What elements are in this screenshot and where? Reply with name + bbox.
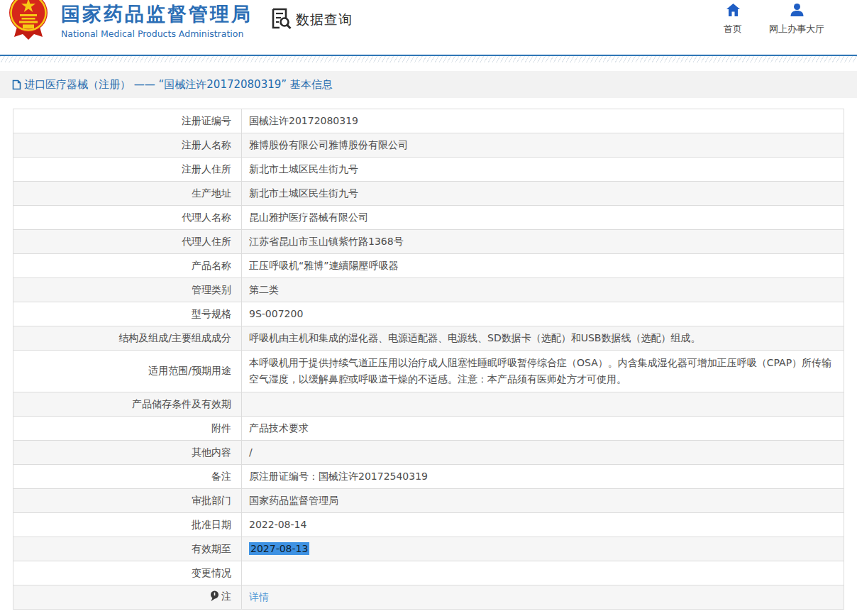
hatch-strip — [0, 56, 857, 62]
nav-service-hall[interactable]: 网上办事大厅 — [769, 4, 824, 35]
table-row: 注详情 — [13, 585, 844, 610]
table-row: 产品储存条件及有效期 — [13, 392, 844, 417]
user-icon — [790, 4, 804, 19]
table-row: 代理人住所江苏省昆山市玉山镇紫竹路1368号 — [13, 230, 844, 254]
row-value: 江苏省昆山市玉山镇紫竹路1368号 — [242, 230, 844, 254]
row-label: 代理人名称 — [13, 206, 242, 230]
page-title: 进口医疗器械（注册） —— “国械注许20172080319” 基本信息 — [24, 78, 333, 92]
table-row: 生产地址新北市土城区民生街九号 — [13, 182, 844, 206]
row-label: 注册人名称 — [13, 133, 242, 158]
data-query-section[interactable]: 数据查询 — [270, 7, 353, 33]
row-label: 注册证编号 — [13, 109, 242, 133]
document-icon — [12, 79, 21, 90]
table-row: 变更情况 — [13, 561, 844, 585]
header-nav: 首页 网上办事大厅 — [724, 4, 824, 35]
row-label: 生产地址 — [13, 182, 242, 206]
row-label: 注册人住所 — [13, 158, 242, 182]
row-value: 国械注许20172080319 — [242, 109, 844, 133]
expiry-date-selected-text: 2027-08-13 — [249, 542, 309, 555]
row-value: 新北市土城区民生街九号 — [242, 182, 844, 206]
table-row: 附件产品技术要求 — [13, 417, 844, 441]
page-title-bar: 进口医疗器械（注册） —— “国械注许20172080319” 基本信息 — [0, 71, 857, 98]
table-row: 其他内容/ — [13, 441, 844, 465]
row-label: 代理人住所 — [13, 230, 242, 254]
row-value: 本呼吸机用于提供持续气道正压用以治疗成人阻塞性睡眠呼吸暂停综合症（OSA）。内含… — [242, 351, 844, 392]
row-value: 产品技术要求 — [242, 417, 844, 441]
row-label: 注 — [13, 585, 242, 610]
table-row: 管理类别第二类 — [13, 278, 844, 302]
row-label: 批准日期 — [13, 513, 242, 537]
site-title: 国家药品监督管理局 — [61, 2, 253, 26]
table-row: 注册证编号国械注许20172080319 — [13, 109, 844, 133]
nav-home[interactable]: 首页 — [724, 4, 742, 35]
nav-service-hall-label: 网上办事大厅 — [769, 23, 824, 35]
home-icon — [726, 4, 740, 19]
table-row: 注册人名称雅博股份有限公司雅博股份有限公司 — [13, 133, 844, 158]
row-label: 型号规格 — [13, 302, 242, 326]
row-value: 雅博股份有限公司雅博股份有限公司 — [242, 133, 844, 158]
doc-search-icon — [270, 7, 292, 33]
nav-home-label: 首页 — [724, 23, 742, 35]
row-label: 适用范围/预期用途 — [13, 351, 242, 392]
row-value: 国家药品监督管理局 — [242, 489, 844, 513]
row-value: 新北市土城区民生街九号 — [242, 158, 844, 182]
table-row: 适用范围/预期用途本呼吸机用于提供持续气道正压用以治疗成人阻塞性睡眠呼吸暂停综合… — [13, 351, 844, 392]
row-value: 呼吸机由主机和集成的湿化器、电源适配器、电源线、SD数据卡（选配）和USB数据线… — [242, 326, 844, 351]
row-label: 审批部门 — [13, 489, 242, 513]
row-label: 产品名称 — [13, 254, 242, 278]
row-value: 2027-08-13 — [242, 537, 844, 561]
site-header: 国家药品监督管理局 National Medical Products Admi… — [0, 0, 857, 55]
table-row: 注册人住所新北市土城区民生街九号 — [13, 158, 844, 182]
row-label: 其他内容 — [13, 441, 242, 465]
row-value: 第二类 — [242, 278, 844, 302]
row-value: 原注册证编号：国械注许20172540319 — [242, 465, 844, 489]
row-label: 有效期至 — [13, 537, 242, 561]
row-value: 正压呼吸机“雅博”連續陽壓呼吸器 — [242, 254, 844, 278]
row-label: 备注 — [13, 465, 242, 489]
site-subtitle: National Medical Products Administration — [61, 28, 253, 39]
info-table-body: 注册证编号国械注许20172080319注册人名称雅博股份有限公司雅博股份有限公… — [13, 109, 844, 610]
table-row: 型号规格9S-007200 — [13, 302, 844, 326]
row-label: 变更情况 — [13, 561, 242, 585]
registration-info-table: 注册证编号国械注许20172080319注册人名称雅博股份有限公司雅博股份有限公… — [13, 109, 844, 610]
row-value: 2022-08-14 — [242, 513, 844, 537]
table-row: 审批部门国家药品监督管理局 — [13, 489, 844, 513]
table-row: 结构及组成/主要组成成分呼吸机由主机和集成的湿化器、电源适配器、电源线、SD数据… — [13, 326, 844, 351]
details-link[interactable]: 详情 — [249, 591, 269, 603]
table-row: 产品名称正压呼吸机“雅博”連續陽壓呼吸器 — [13, 254, 844, 278]
row-label: 产品储存条件及有效期 — [13, 392, 242, 417]
table-row: 批准日期2022-08-14 — [13, 513, 844, 537]
row-label: 管理类别 — [13, 278, 242, 302]
table-row: 代理人名称昆山雅护医疗器械有限公司 — [13, 206, 844, 230]
row-value — [242, 561, 844, 585]
row-value — [242, 392, 844, 417]
row-label: 结构及组成/主要组成成分 — [13, 326, 242, 351]
row-value: 9S-007200 — [242, 302, 844, 326]
row-value: / — [242, 441, 844, 465]
table-row: 备注原注册证编号：国械注许20172540319 — [13, 465, 844, 489]
row-label: 附件 — [13, 417, 242, 441]
data-query-label: 数据查询 — [296, 11, 353, 29]
row-value: 详情 — [242, 585, 844, 610]
table-row: 有效期至2027-08-13 — [13, 537, 844, 561]
row-value: 昆山雅护医疗器械有限公司 — [242, 206, 844, 230]
national-emblem-icon[interactable] — [7, 0, 50, 41]
registration-info-table-wrap: 注册证编号国械注许20172080319注册人名称雅博股份有限公司雅博股份有限公… — [13, 109, 844, 610]
note-balloon-icon — [210, 590, 219, 604]
